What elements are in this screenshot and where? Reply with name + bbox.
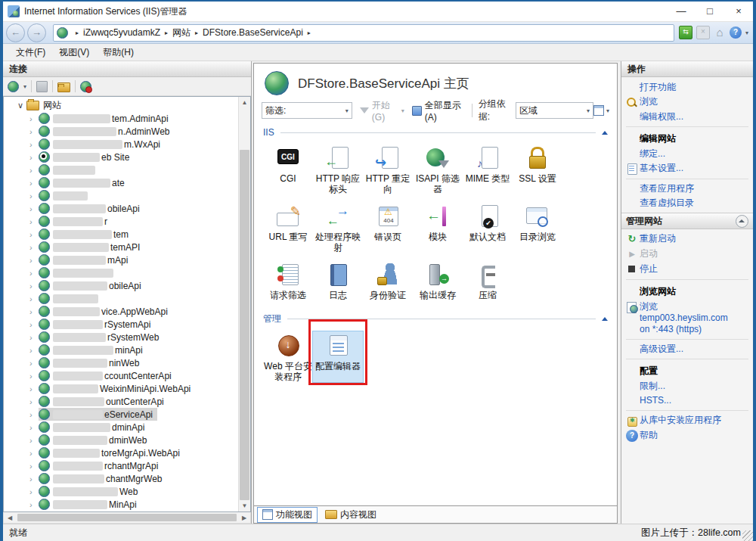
collapse-icon[interactable]: ∨ — [17, 101, 26, 110]
action-link[interactable]: 查看虚拟目录 — [621, 196, 753, 210]
breadcrumb-segment[interactable]: iZwwqc5yvudamkZ — [83, 27, 160, 38]
tree-item[interactable]: ›n.AdminWeb — [4, 125, 238, 138]
expand-icon[interactable]: › — [29, 191, 39, 201]
tree-item[interactable]: ›obileApi — [4, 202, 238, 215]
tree-item[interactable]: › — [4, 266, 238, 279]
feature-mime-types[interactable]: MIME 类型 — [463, 144, 513, 194]
expand-icon[interactable]: › — [29, 140, 39, 149]
expand-icon[interactable]: › — [29, 166, 39, 175]
feature-output-caching[interactable]: 输出缓存 — [413, 260, 463, 300]
stop-site-icon[interactable]: × — [696, 26, 710, 39]
expand-icon[interactable]: › — [29, 153, 39, 162]
action-link[interactable]: 高级设置... — [621, 342, 753, 356]
collapse-group-icon[interactable] — [602, 131, 608, 135]
action-link[interactable]: 绑定... — [621, 147, 753, 161]
expand-icon[interactable]: › — [29, 436, 39, 445]
feature-url-rewrite[interactable]: URL 重写 — [263, 202, 313, 253]
expand-icon[interactable]: › — [29, 333, 39, 342]
action-link[interactable]: 限制... — [621, 379, 753, 393]
tree-item-sites-root[interactable]: ∨ 网站 — [4, 99, 238, 112]
home-icon[interactable]: ⌂ — [714, 26, 726, 39]
tree-item[interactable]: › — [4, 189, 238, 202]
feature-configuration-editor[interactable]: 配置编辑器 — [313, 331, 363, 382]
feature-web-platform-installer[interactable]: Web 平台安装程序 — [263, 331, 313, 382]
action-link[interactable]: 停止 — [621, 262, 753, 277]
forward-button[interactable]: → — [27, 23, 46, 42]
expand-icon[interactable]: › — [29, 243, 39, 252]
action-link[interactable]: ↻重新启动 — [621, 232, 753, 247]
feature-request-filtering[interactable]: 请求筛选 — [263, 260, 313, 300]
feature-cgi[interactable]: CGI — [263, 144, 313, 194]
feature-handler-mappings[interactable]: 处理程序映射 — [313, 202, 363, 253]
tree-item[interactable]: ›minApi — [4, 344, 238, 356]
back-button[interactable]: ← — [6, 23, 25, 42]
restart-site-icon[interactable]: ⇆ — [679, 26, 692, 39]
tree-item[interactable]: ›toreMgrApi.WebApi — [4, 446, 238, 459]
feature-http-redirect[interactable]: HTTP 重定向 — [363, 144, 413, 194]
action-link[interactable]: 打开功能 — [621, 80, 753, 95]
feature-isapi-filters[interactable]: ISAPI 筛选器 — [413, 144, 463, 194]
tree-item[interactable]: ›eServiceApi — [4, 408, 238, 421]
expand-icon[interactable]: › — [29, 359, 39, 368]
expand-icon[interactable]: › — [29, 256, 39, 265]
expand-icon[interactable]: › — [29, 397, 39, 406]
show-all-button[interactable]: 全部显示(A) — [425, 99, 466, 123]
expand-icon[interactable]: › — [29, 294, 39, 303]
chevron-down-icon[interactable]: ▾ — [582, 107, 590, 114]
scroll-right-icon[interactable]: ▶ — [238, 515, 250, 521]
tab-features-view[interactable]: 功能视图 — [257, 507, 318, 523]
action-link[interactable]: 浏览 — [621, 95, 753, 110]
tree-item[interactable]: ›dminWeb — [4, 434, 238, 446]
expand-icon[interactable]: › — [29, 320, 39, 329]
expand-icon[interactable]: › — [29, 462, 39, 471]
chevron-down-icon[interactable]: ▾ — [341, 107, 349, 114]
tree-item[interactable]: ›r — [4, 215, 238, 228]
expand-icon[interactable]: › — [29, 179, 39, 188]
tree-item[interactable]: ›ccountCenterApi — [4, 369, 238, 382]
feature-compression[interactable]: 压缩 — [463, 260, 513, 300]
resize-grip[interactable] — [742, 530, 753, 541]
scroll-down-icon[interactable]: ▼ — [239, 500, 250, 511]
tree-item[interactable]: ›MinApi — [4, 498, 238, 511]
action-link[interactable]: ?帮助 — [621, 428, 753, 443]
tree-item[interactable]: ›m.WxApi — [4, 138, 238, 151]
scroll-thumb[interactable] — [240, 150, 249, 500]
expand-icon[interactable]: › — [29, 217, 39, 226]
tree-item[interactable]: ›obileApi — [4, 279, 238, 292]
expand-icon[interactable]: › — [29, 114, 39, 123]
tree-item[interactable]: ›Web — [4, 485, 238, 498]
action-link[interactable]: 从库中安装应用程序 — [621, 413, 753, 428]
menu-item[interactable]: 文件(F) — [9, 46, 52, 59]
filter-combo[interactable]: 筛选: ▾ — [262, 102, 352, 119]
scroll-up-icon[interactable]: ▲ — [239, 97, 250, 108]
feature-modules[interactable]: 模块 — [413, 202, 463, 253]
expand-icon[interactable]: › — [29, 474, 39, 483]
help-dropdown-icon[interactable]: ▾ — [745, 30, 748, 36]
menu-item[interactable]: 帮助(H) — [96, 46, 141, 59]
save-connections-icon[interactable] — [36, 81, 48, 92]
tree-item[interactable]: ›temAPI — [4, 241, 238, 253]
action-link[interactable]: HSTS... — [621, 393, 753, 408]
go-button[interactable]: 开始(G) — [372, 99, 398, 123]
tree-item[interactable]: ›ountCenterApi — [4, 395, 238, 408]
expand-icon[interactable]: › — [29, 127, 39, 136]
breadcrumb[interactable]: ▸iZwwqc5yvudamkZ▸网站▸DFStore.BaseServiceA… — [53, 24, 674, 42]
expand-icon[interactable]: › — [29, 281, 39, 291]
action-link[interactable]: 编辑权限... — [621, 110, 753, 124]
connect-dropdown-icon[interactable]: ▾ — [23, 83, 26, 90]
tree-item[interactable]: ›ninWeb — [4, 356, 238, 369]
tree-item[interactable]: ›rSystemWeb — [4, 331, 238, 344]
tree-item[interactable]: ›dminApi — [4, 421, 238, 434]
go-dropdown-icon[interactable]: ▾ — [401, 107, 404, 114]
feature-http-response-headers[interactable]: HTTP 响应标头 — [313, 144, 363, 194]
up-folder-icon[interactable] — [57, 82, 70, 92]
chevron-down-icon[interactable]: ▾ — [606, 107, 609, 114]
expand-icon[interactable]: › — [29, 487, 39, 496]
menu-item[interactable]: 视图(V) — [52, 46, 96, 59]
feature-authentication[interactable]: 身份验证 — [363, 260, 413, 300]
connect-to-server-icon[interactable] — [8, 81, 19, 92]
tree-item[interactable]: ›chantMgrWeb — [4, 472, 238, 485]
breadcrumb-segment[interactable]: DFStore.BaseServiceApi — [203, 27, 303, 38]
expand-icon[interactable]: › — [29, 269, 39, 278]
tree-item[interactable]: ›rSystemApi — [4, 318, 238, 331]
